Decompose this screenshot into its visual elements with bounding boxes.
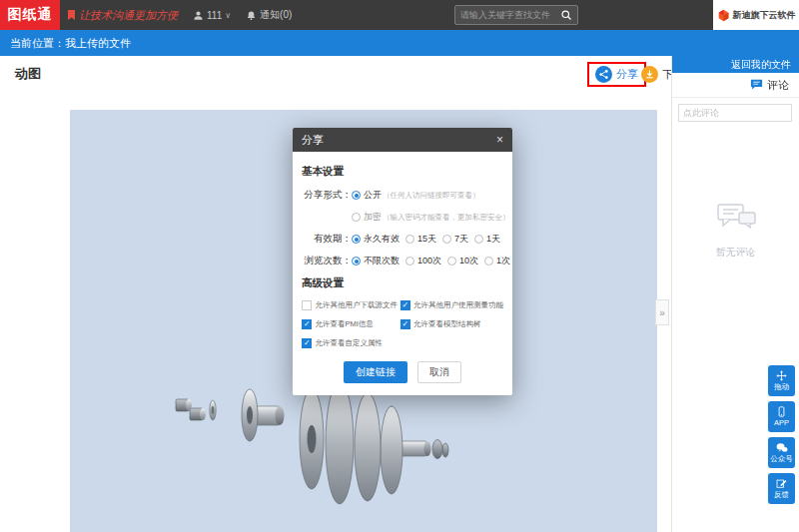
checkbox-structure-tree[interactable]: 允许查看模型结构树	[400, 319, 504, 329]
radio-public-control[interactable]	[352, 191, 361, 200]
share-icon	[595, 66, 612, 83]
share-dialog-body: 基本设置 分享形式： 公开 （任何人访问链接即可查看） 加密 （输入密码才能查看…	[293, 152, 512, 395]
radio-public[interactable]: 公开 （任何人访问链接即可查看）	[352, 189, 480, 202]
ribbon-icon	[67, 10, 76, 21]
radio-validity-forever[interactable]: 永久有效	[352, 233, 400, 246]
page-title: 动图	[15, 65, 41, 83]
back-to-files-link[interactable]: 返回我的文件	[672, 56, 799, 73]
radio-validity-1d[interactable]: 1天	[474, 233, 500, 246]
brand-logo-icon	[717, 9, 730, 22]
radio-encrypted-control[interactable]	[352, 213, 361, 222]
wechat-icon	[776, 442, 788, 453]
radio-views-10[interactable]: 10次	[447, 255, 478, 267]
search-box	[454, 5, 578, 25]
radio-views-1[interactable]: 1次	[484, 255, 510, 267]
search-button[interactable]	[555, 6, 577, 24]
share-dialog-header: 分享 ×	[293, 128, 512, 152]
public-hint: （任何人访问链接即可查看）	[383, 191, 480, 201]
radio-views-100[interactable]: 100次	[405, 255, 441, 267]
comment-input[interactable]	[678, 104, 792, 122]
create-link-button[interactable]: 创建链接	[344, 361, 407, 383]
basic-settings-title: 基本设置	[302, 165, 503, 179]
empty-comments-text: 暂无评论	[716, 247, 756, 258]
move-icon	[776, 370, 787, 381]
collapse-panel-tab[interactable]: »	[655, 299, 669, 325]
app-logo[interactable]: 图纸通	[0, 0, 60, 30]
close-icon[interactable]: ×	[496, 133, 503, 147]
brand-name: 新迪旗下云软件	[733, 9, 796, 22]
comments-header: 评论	[672, 73, 799, 98]
validity-row: 有效期： 永久有效 15天 7天 1天	[302, 233, 503, 246]
app-button[interactable]: APP	[768, 401, 795, 432]
cancel-button[interactable]: 取消	[417, 361, 461, 383]
share-annotation-box: 分享	[587, 62, 646, 87]
encrypted-hint: （输入密码才能查看，更加私密安全）	[383, 213, 510, 223]
radio-validity-15d[interactable]: 15天	[405, 233, 436, 246]
share-dialog-title: 分享	[302, 133, 324, 148]
notification-button[interactable]: 通知(0)	[246, 8, 292, 22]
dialog-buttons: 创建链接 取消	[302, 361, 503, 383]
share-type-row: 分享形式： 公开 （任何人访问链接即可查看）	[302, 189, 503, 202]
empty-comments-icon	[713, 202, 759, 238]
edit-icon	[776, 478, 787, 489]
search-input[interactable]	[455, 10, 555, 20]
brand-area[interactable]: 新迪旗下云软件	[713, 0, 799, 30]
magnifier-icon	[560, 9, 572, 21]
view-limit-row: 浏览次数： 不限次数 100次 10次 1次	[302, 255, 503, 267]
breadcrumb-bar: 当前位置：我上传的文件	[0, 30, 799, 56]
radio-encrypted[interactable]: 加密 （输入密码才能查看，更加私密安全）	[352, 211, 510, 224]
bell-icon	[246, 10, 257, 21]
share-label: 分享	[616, 67, 638, 82]
chevron-right-icon: »	[659, 307, 665, 318]
tagline: 让技术沟通更加方便	[67, 8, 178, 23]
feedback-label: 反馈	[774, 490, 789, 500]
floating-toolbar: 拖动 APP 公众号 反馈	[768, 365, 795, 504]
comments-title[interactable]: 评论	[767, 78, 789, 93]
top-bar: 图纸通 让技术沟通更加方便 111 ∨ 通知(0) 新迪旗下云软件	[0, 0, 799, 30]
permissions-grid: 允许其他用户下载源文件 允许其他用户使用测量功能 允许查看PMI信息 允许查看模…	[302, 300, 503, 348]
share-dialog: 分享 × 基本设置 分享形式： 公开 （任何人访问链接即可查看） 加密 （输入密…	[293, 128, 512, 395]
user-menu[interactable]: 111 ∨	[193, 10, 231, 21]
breadcrumb-value[interactable]: 我上传的文件	[65, 37, 131, 49]
validity-label: 有效期：	[302, 233, 352, 246]
checkbox-custom-props[interactable]: 允许查看自定义属性	[302, 338, 400, 348]
download-icon	[641, 66, 658, 83]
app-label: APP	[774, 418, 789, 427]
share-type-label: 分享形式：	[302, 189, 352, 202]
share-button[interactable]: 分享	[595, 66, 638, 83]
person-icon	[193, 10, 204, 21]
drag-label: 拖动	[774, 382, 789, 392]
breadcrumb-label: 当前位置：	[10, 37, 65, 49]
checkbox-pmi[interactable]: 允许查看PMI信息	[302, 319, 400, 329]
app-root: 图纸通 让技术沟通更加方便 111 ∨ 通知(0) 新迪旗下云软件 当前位置：我…	[0, 0, 799, 532]
tagline-text: 让技术沟通更加方便	[79, 8, 178, 23]
phone-icon	[776, 406, 787, 417]
checkbox-measure[interactable]: 允许其他用户使用测量功能	[400, 300, 504, 310]
radio-views-unlimited[interactable]: 不限次数	[352, 255, 400, 267]
wechat-label: 公众号	[770, 454, 793, 464]
comment-icon	[750, 79, 763, 91]
wechat-button[interactable]: 公众号	[768, 437, 795, 468]
share-type-row-2: 加密 （输入密码才能查看，更加私密安全）	[302, 211, 503, 224]
empty-comments: 暂无评论	[672, 202, 799, 260]
radio-validity-7d[interactable]: 7天	[442, 233, 468, 246]
advanced-settings-title: 高级设置	[302, 276, 503, 290]
drag-button[interactable]: 拖动	[768, 365, 795, 396]
view-limit-label: 浏览次数：	[302, 255, 352, 267]
notification-label: 通知(0)	[260, 8, 292, 22]
checkbox-download-source[interactable]: 允许其他用户下载源文件	[302, 300, 400, 310]
chevron-down-icon: ∨	[225, 11, 231, 20]
username: 111	[207, 10, 222, 21]
feedback-button[interactable]: 反馈	[768, 473, 795, 504]
